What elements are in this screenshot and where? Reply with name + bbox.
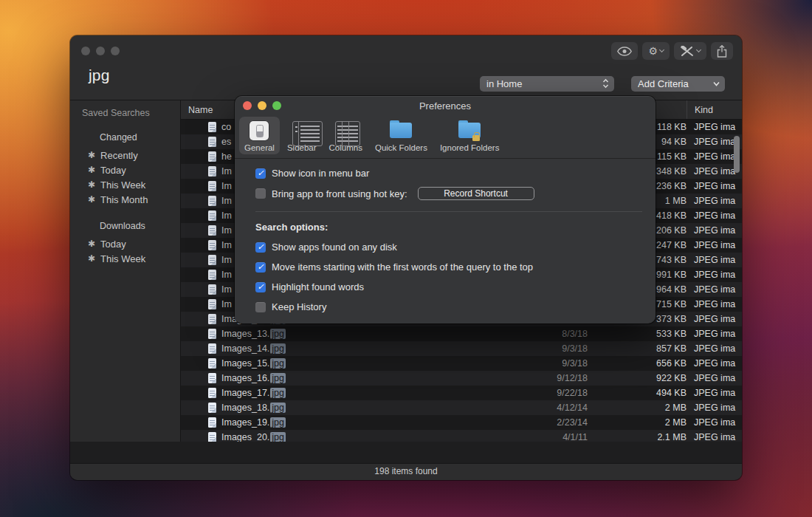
close-button[interactable] (243, 101, 252, 110)
checkbox[interactable]: ✓ (255, 188, 266, 199)
sidebar-item[interactable]: ✱ This Week (70, 251, 180, 266)
dialog-titlebar: Preferences (235, 96, 656, 115)
table-row[interactable]: Images_16. jpg 9/12/18 922 KB JPEG ima (181, 371, 742, 386)
file-name: Im (221, 181, 232, 191)
checkbox[interactable]: ✓ (255, 168, 266, 179)
action-menu-button[interactable]: ⚙ (642, 42, 670, 60)
table-row[interactable]: Images_19. jpg 2/23/14 2 MB JPEG ima (181, 415, 742, 430)
file-size: 2 MB (588, 403, 687, 413)
eye-icon (617, 47, 632, 56)
general-icon (247, 120, 272, 142)
file-size: 533 KB (588, 329, 687, 339)
share-icon (717, 45, 727, 58)
file-kind: JPEG ima (687, 358, 742, 369)
document-icon (208, 166, 216, 177)
sidebar-item[interactable]: ✱ This Week (70, 177, 180, 192)
column-header-kind[interactable]: Kind (687, 100, 742, 119)
checkbox-label: Keep History (272, 301, 326, 312)
checkbox[interactable]: ✓ (255, 282, 266, 292)
sidebar: Saved Searches Changed ✱ Recently ✱ Toda… (70, 100, 181, 442)
file-date: 9/22/18 (492, 388, 588, 398)
tools-menu-button[interactable] (674, 42, 706, 60)
checkbox[interactable]: ✓ (255, 242, 266, 253)
table-row[interactable]: Images_18. jpg 4/12/14 2 MB JPEG ima (181, 400, 742, 415)
highlighted-extension: jpg (270, 343, 286, 354)
smart-folder-gear-icon: ✱ (88, 239, 95, 248)
lock-icon (472, 135, 480, 141)
table-row[interactable]: Images_14. jpg 9/3/18 857 KB JPEG ima (181, 341, 742, 356)
file-size: 922 KB (588, 373, 687, 383)
preferences-body: ✓ Show icon in menu bar ✓ Bring app to f… (235, 159, 656, 312)
file-name: he (221, 151, 232, 162)
preferences-tab-bar: General Sidebar Columns Quick Fo (235, 115, 656, 159)
file-kind: JPEG ima (687, 181, 742, 191)
checkbox[interactable]: ✓ (255, 302, 266, 312)
highlighted-extension: jpg (270, 329, 286, 339)
highlighted-extension: jpg (270, 388, 286, 398)
checkbox-label: Highlight found words (272, 281, 364, 292)
close-button[interactable] (81, 47, 90, 55)
preferences-tab[interactable]: Ignored Folders (435, 117, 505, 154)
file-kind: JPEG ima (687, 403, 742, 413)
document-icon (208, 122, 216, 132)
vertical-scrollbar[interactable] (734, 136, 740, 173)
chevron-down-icon (713, 81, 720, 86)
sidebar-title: Saved Searches (82, 108, 180, 118)
zoom-button[interactable] (111, 47, 120, 55)
document-icon (208, 137, 216, 147)
sidebar-item[interactable]: Changed (82, 130, 180, 145)
file-kind: JPEG ima (687, 122, 742, 132)
preferences-tab[interactable]: Sidebar (282, 117, 322, 154)
sidebar-item[interactable]: Downloads (82, 219, 180, 233)
file-name: Im (221, 240, 232, 250)
preferences-tab[interactable]: Columns (324, 117, 368, 154)
sidebar-item[interactable]: ✱ Recently (70, 148, 180, 162)
file-kind: JPEG ima (687, 196, 742, 206)
divider (255, 211, 642, 212)
file-name: Im (221, 210, 232, 221)
sidebar-item[interactable]: ✱ Today (70, 236, 180, 251)
file-name: Images_19. (221, 417, 269, 428)
file-kind: JPEG ima (687, 329, 742, 339)
minimize-button[interactable] (258, 101, 266, 110)
table-row[interactable]: Images_20. jpg 4/1/11 2.1 MB JPEG ima (181, 430, 742, 442)
file-name: Images_16. (221, 373, 269, 383)
sidebar-item[interactable]: ✱ This Month (70, 192, 180, 207)
search-scope-select[interactable]: in Home (480, 76, 614, 92)
document-icon (208, 284, 216, 295)
columns-icon (333, 120, 358, 142)
file-date: 8/3/18 (492, 329, 588, 339)
dialog-window-controls (243, 101, 281, 110)
document-icon (208, 181, 216, 191)
smart-folder-gear-icon: ✱ (88, 165, 95, 174)
preferences-tab[interactable]: General (239, 117, 280, 154)
file-date: 4/1/11 (492, 432, 588, 442)
file-kind: JPEG ima (687, 255, 742, 265)
checkbox[interactable]: ✓ (255, 262, 266, 273)
share-button[interactable] (711, 42, 733, 60)
option-row: ✓ Show icon in menu bar (255, 168, 642, 179)
document-icon (208, 314, 216, 324)
sidebar-item[interactable]: ✱ Today (70, 162, 180, 177)
table-row[interactable]: Images_15. jpg 9/3/18 656 KB JPEG ima (181, 356, 742, 371)
preferences-tab[interactable]: Quick Folders (370, 117, 433, 154)
document-icon (208, 403, 216, 413)
record-shortcut-button[interactable]: Record Shortcut (418, 187, 534, 200)
add-criteria-select[interactable]: Add Criteria (631, 76, 725, 92)
file-name: Im (221, 270, 232, 280)
zoom-button[interactable] (272, 101, 281, 110)
document-icon (208, 388, 216, 398)
document-icon (208, 225, 216, 236)
file-name: Im (221, 166, 232, 177)
file-size: 2.1 MB (588, 432, 687, 442)
minimize-button[interactable] (96, 47, 105, 55)
chevron-down-icon (659, 47, 664, 52)
table-row[interactable]: Images_17. jpg 9/22/18 494 KB JPEG ima (181, 386, 742, 400)
document-icon (208, 432, 216, 442)
file-name: co (221, 122, 231, 132)
file-kind: JPEG ima (687, 343, 742, 354)
table-row[interactable]: Images_13. jpg 8/3/18 533 KB JPEG ima (181, 326, 742, 341)
document-icon (208, 196, 216, 206)
preview-button[interactable] (611, 42, 638, 60)
status-bar: 198 items found (70, 463, 742, 480)
